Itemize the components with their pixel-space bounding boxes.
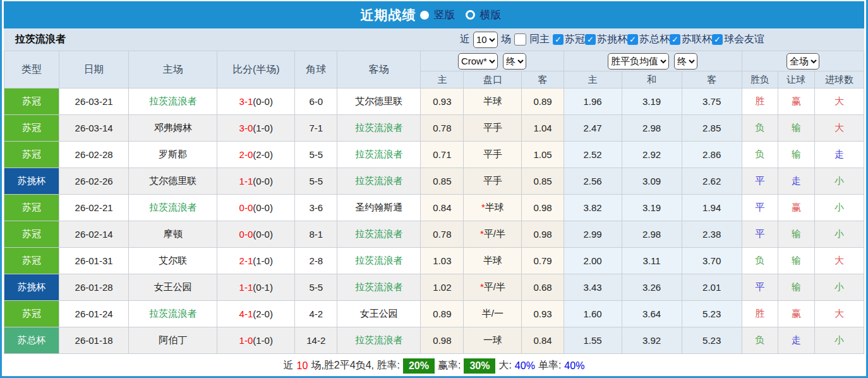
competition-filter-item[interactable]: ✓苏总杯 (627, 33, 670, 46)
col-corner: 角球 (295, 51, 337, 88)
crow-away-odds: 0.89 (522, 88, 564, 115)
away-team[interactable]: 圣约翰斯通 (337, 195, 421, 221)
avg-home-odds: 2.52 (564, 142, 622, 168)
home-team[interactable]: 艾尔德里联 (129, 168, 217, 195)
avg-home-odds: 2.47 (564, 115, 622, 142)
match-score: 1-0(1-0) (217, 327, 295, 354)
table-row: 苏挑杯26-02-26艾尔德里联1-1(0-0)5-5拉茨流浪者0.85平手0.… (4, 168, 864, 195)
competition-checkbox[interactable]: ✓ (585, 34, 596, 45)
same-home-label: 同主 (529, 33, 550, 46)
competition-filter-item[interactable]: ✓苏挑杯 (585, 33, 627, 46)
goals-result: 小 (814, 327, 864, 354)
competition-checkbox[interactable]: ✓ (712, 34, 723, 45)
match-result: 平 (742, 195, 778, 221)
col-date: 日期 (59, 51, 129, 88)
away-team[interactable]: 拉茨流浪者 (337, 327, 421, 354)
handicap-result: 输 (778, 274, 814, 301)
match-date: 26-01-18 (59, 327, 129, 354)
avg-draw-odds: 2.98 (622, 115, 682, 142)
match-score: 2-0(2-0) (217, 142, 295, 168)
away-team[interactable]: 拉茨流浪者 (337, 115, 421, 142)
away-team[interactable]: 拉茨流浪者 (337, 142, 421, 168)
match-count-select[interactable]: 10 (473, 32, 498, 48)
goals-result: 走 (814, 142, 864, 168)
home-team[interactable]: 女王公园 (129, 274, 217, 301)
home-team[interactable]: 拉茨流浪者 (129, 301, 217, 327)
home-team[interactable]: 拉茨流浪者 (129, 88, 217, 115)
match-date: 26-02-26 (59, 168, 129, 195)
avg-odds-type-select[interactable]: 胜平负均值 (608, 53, 669, 70)
corner-score: 5-5 (295, 142, 337, 168)
match-date: 26-01-28 (59, 274, 129, 301)
avg-away-odds: 2.01 (682, 274, 742, 301)
competition-checkbox[interactable]: ✓ (553, 34, 564, 45)
competition-filter-item[interactable]: ✓苏联杯 (670, 33, 712, 46)
home-team[interactable]: 艾尔联 (129, 248, 217, 274)
match-score: 1-1(0-1) (217, 274, 295, 301)
match-result: 胜 (742, 301, 778, 327)
vertical-layout-label[interactable]: 竖版 (434, 8, 455, 22)
match-score: 1-1(0-0) (217, 168, 295, 195)
vertical-layout-radio[interactable] (420, 11, 429, 20)
match-result: 平 (742, 168, 778, 195)
summary-count: 10 (297, 360, 308, 372)
competition-checkbox[interactable]: ✓ (670, 34, 680, 45)
competition-label: 苏联杯 (682, 33, 712, 46)
handicap-line: 平手 (464, 115, 522, 142)
away-team[interactable]: 拉茨流浪者 (337, 248, 421, 274)
same-home-checkbox[interactable] (514, 34, 526, 46)
competition-checkbox[interactable]: ✓ (627, 34, 638, 45)
home-team[interactable]: 罗斯郡 (129, 142, 217, 168)
big-rate-label: 大: (498, 359, 511, 372)
bookmaker-select[interactable]: Crow* (458, 53, 498, 70)
avg-away-odds: 3.75 (682, 88, 742, 115)
avg-draw-odds: 3.26 (622, 274, 682, 301)
avg-draw-odds: 3.92 (622, 327, 682, 354)
table-row: 苏冠26-03-21拉茨流浪者3-1(0-0)6-0艾尔德里联0.93半球0.8… (4, 88, 864, 115)
match-type-badge: 苏挑杯 (4, 274, 59, 301)
avg-odds-stage-select[interactable]: 终 (674, 53, 697, 70)
corner-score: 2-8 (295, 248, 337, 274)
crow-away-odds: 1.05 (522, 142, 564, 168)
match-result: 平 (742, 221, 778, 248)
goals-result: 大 (814, 115, 864, 142)
competition-filter-list: ✓苏冠✓苏挑杯✓苏总杯✓苏联杯✓球会友谊 (553, 33, 764, 46)
home-team[interactable]: 阿伯丁 (129, 327, 217, 354)
match-result: 负 (742, 115, 778, 142)
recent-results-table: 类型 日期 主场 比分(半场) 角球 客场 Crow* 终 胜平负均值 终 全场 (4, 51, 864, 354)
home-team[interactable]: 邓弗姆林 (129, 115, 217, 142)
crow-away-odds: 0.98 (522, 195, 564, 221)
filter-controls: 近 10 场 同主 ✓苏冠✓苏挑杯✓苏总杯✓苏联杯✓球会友谊 (460, 32, 764, 48)
handicap-result: 赢 (778, 195, 814, 221)
avg-draw-odds: 3.64 (622, 301, 682, 327)
match-date: 26-03-14 (59, 115, 129, 142)
away-team[interactable]: 艾尔德里联 (337, 88, 421, 115)
home-team[interactable]: 拉茨流浪者 (129, 195, 217, 221)
table-row: 苏冠26-02-21拉茨流浪者0-0(0-0)3-6圣约翰斯通0.84*半球0.… (4, 195, 864, 221)
full-match-select[interactable]: 全场 (787, 53, 819, 70)
col-home: 主场 (129, 51, 217, 88)
avg-draw-odds: 3.09 (622, 168, 682, 195)
away-team[interactable]: 拉茨流浪者 (337, 274, 421, 301)
corner-score: 14-2 (295, 327, 337, 354)
avg-away-odds: 2.85 (682, 115, 742, 142)
away-team[interactable]: 女王公园 (337, 301, 421, 327)
handicap-rate-label: 赢率: (438, 359, 461, 372)
away-team[interactable]: 拉茨流浪者 (337, 221, 421, 248)
competition-filter-item[interactable]: ✓球会友谊 (712, 33, 764, 46)
col-crow-away: 客 (522, 71, 564, 88)
competition-filter-item[interactable]: ✓苏冠 (553, 33, 585, 46)
away-team[interactable]: 拉茨流浪者 (337, 168, 421, 195)
horizontal-layout-radio[interactable] (466, 10, 475, 20)
corner-score: 8-1 (295, 221, 337, 248)
home-team[interactable]: 摩顿 (129, 221, 217, 248)
match-score: 0-0(0-0) (217, 195, 295, 221)
horizontal-layout-label[interactable]: 横版 (480, 8, 502, 22)
avg-away-odds: 1.94 (682, 195, 742, 221)
col-result: 胜负 (742, 71, 778, 88)
crow-odds-stage-select[interactable]: 终 (503, 53, 526, 70)
avg-away-odds: 5.23 (682, 301, 742, 327)
crow-away-odds: 0.93 (522, 301, 564, 327)
match-date: 26-03-21 (59, 88, 129, 115)
competition-label: 球会友谊 (724, 33, 764, 46)
